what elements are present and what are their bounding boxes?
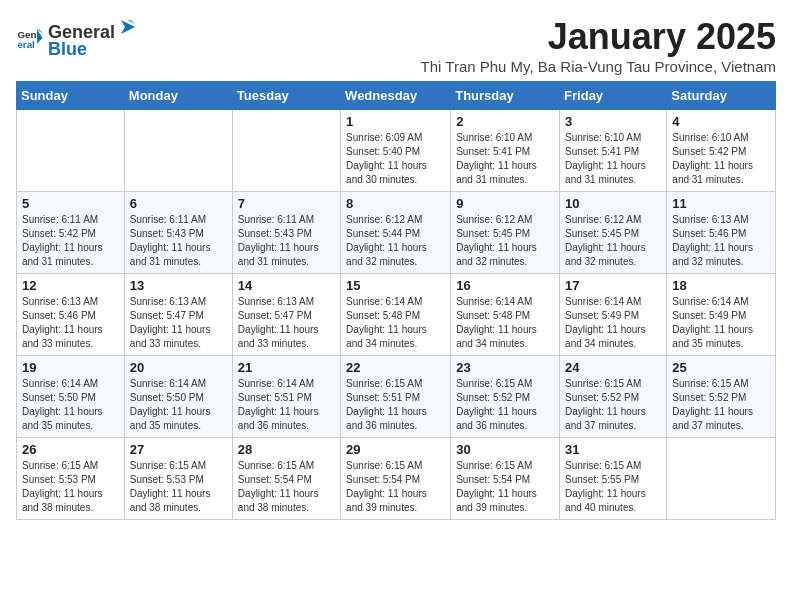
calendar-cell: 16Sunrise: 6:14 AM Sunset: 5:48 PM Dayli… <box>451 274 560 356</box>
day-header-saturday: Saturday <box>667 82 776 110</box>
calendar-cell: 12Sunrise: 6:13 AM Sunset: 5:46 PM Dayli… <box>17 274 125 356</box>
day-info: Sunrise: 6:11 AM Sunset: 5:43 PM Dayligh… <box>238 213 335 269</box>
day-info: Sunrise: 6:11 AM Sunset: 5:42 PM Dayligh… <box>22 213 119 269</box>
calendar-cell <box>124 110 232 192</box>
calendar-cell: 9Sunrise: 6:12 AM Sunset: 5:45 PM Daylig… <box>451 192 560 274</box>
day-number: 3 <box>565 114 661 129</box>
calendar-cell: 20Sunrise: 6:14 AM Sunset: 5:50 PM Dayli… <box>124 356 232 438</box>
day-number: 31 <box>565 442 661 457</box>
day-info: Sunrise: 6:14 AM Sunset: 5:48 PM Dayligh… <box>456 295 554 351</box>
day-info: Sunrise: 6:15 AM Sunset: 5:53 PM Dayligh… <box>22 459 119 515</box>
svg-marker-2 <box>37 30 43 44</box>
month-title: January 2025 <box>421 16 776 58</box>
day-info: Sunrise: 6:15 AM Sunset: 5:54 PM Dayligh… <box>456 459 554 515</box>
day-number: 1 <box>346 114 445 129</box>
day-info: Sunrise: 6:11 AM Sunset: 5:43 PM Dayligh… <box>130 213 227 269</box>
calendar-week-row: 5Sunrise: 6:11 AM Sunset: 5:42 PM Daylig… <box>17 192 776 274</box>
calendar-cell: 1Sunrise: 6:09 AM Sunset: 5:40 PM Daylig… <box>341 110 451 192</box>
svg-marker-5 <box>127 20 135 24</box>
day-number: 24 <box>565 360 661 375</box>
calendar-cell: 13Sunrise: 6:13 AM Sunset: 5:47 PM Dayli… <box>124 274 232 356</box>
calendar-week-row: 12Sunrise: 6:13 AM Sunset: 5:46 PM Dayli… <box>17 274 776 356</box>
day-info: Sunrise: 6:09 AM Sunset: 5:40 PM Dayligh… <box>346 131 445 187</box>
day-info: Sunrise: 6:15 AM Sunset: 5:52 PM Dayligh… <box>672 377 770 433</box>
day-number: 2 <box>456 114 554 129</box>
calendar-cell: 3Sunrise: 6:10 AM Sunset: 5:41 PM Daylig… <box>560 110 667 192</box>
calendar-cell: 26Sunrise: 6:15 AM Sunset: 5:53 PM Dayli… <box>17 438 125 520</box>
day-number: 8 <box>346 196 445 211</box>
calendar-cell: 22Sunrise: 6:15 AM Sunset: 5:51 PM Dayli… <box>341 356 451 438</box>
calendar-cell: 19Sunrise: 6:14 AM Sunset: 5:50 PM Dayli… <box>17 356 125 438</box>
day-number: 11 <box>672 196 770 211</box>
day-number: 29 <box>346 442 445 457</box>
day-number: 6 <box>130 196 227 211</box>
calendar-cell: 2Sunrise: 6:10 AM Sunset: 5:41 PM Daylig… <box>451 110 560 192</box>
day-number: 30 <box>456 442 554 457</box>
calendar-cell: 7Sunrise: 6:11 AM Sunset: 5:43 PM Daylig… <box>232 192 340 274</box>
page-header: Gen eral General Blue January 2025 Thi T… <box>16 16 776 75</box>
day-info: Sunrise: 6:13 AM Sunset: 5:46 PM Dayligh… <box>22 295 119 351</box>
day-number: 12 <box>22 278 119 293</box>
day-info: Sunrise: 6:14 AM Sunset: 5:49 PM Dayligh… <box>672 295 770 351</box>
day-number: 17 <box>565 278 661 293</box>
day-info: Sunrise: 6:15 AM Sunset: 5:51 PM Dayligh… <box>346 377 445 433</box>
calendar-cell: 6Sunrise: 6:11 AM Sunset: 5:43 PM Daylig… <box>124 192 232 274</box>
day-info: Sunrise: 6:14 AM Sunset: 5:51 PM Dayligh… <box>238 377 335 433</box>
day-info: Sunrise: 6:15 AM Sunset: 5:54 PM Dayligh… <box>238 459 335 515</box>
day-number: 5 <box>22 196 119 211</box>
day-info: Sunrise: 6:14 AM Sunset: 5:50 PM Dayligh… <box>22 377 119 433</box>
day-number: 14 <box>238 278 335 293</box>
day-number: 9 <box>456 196 554 211</box>
day-info: Sunrise: 6:12 AM Sunset: 5:45 PM Dayligh… <box>565 213 661 269</box>
calendar-header-row: SundayMondayTuesdayWednesdayThursdayFrid… <box>17 82 776 110</box>
logo: Gen eral General Blue <box>16 16 139 60</box>
calendar-cell: 17Sunrise: 6:14 AM Sunset: 5:49 PM Dayli… <box>560 274 667 356</box>
day-number: 20 <box>130 360 227 375</box>
calendar-cell: 28Sunrise: 6:15 AM Sunset: 5:54 PM Dayli… <box>232 438 340 520</box>
calendar-cell: 25Sunrise: 6:15 AM Sunset: 5:52 PM Dayli… <box>667 356 776 438</box>
logo-icon: Gen eral <box>16 24 44 52</box>
calendar-week-row: 1Sunrise: 6:09 AM Sunset: 5:40 PM Daylig… <box>17 110 776 192</box>
day-number: 28 <box>238 442 335 457</box>
title-section: January 2025 Thi Tran Phu My, Ba Ria-Vun… <box>421 16 776 75</box>
day-info: Sunrise: 6:15 AM Sunset: 5:52 PM Dayligh… <box>565 377 661 433</box>
day-number: 25 <box>672 360 770 375</box>
day-number: 7 <box>238 196 335 211</box>
calendar-cell: 18Sunrise: 6:14 AM Sunset: 5:49 PM Dayli… <box>667 274 776 356</box>
calendar-cell <box>17 110 125 192</box>
calendar-cell: 14Sunrise: 6:13 AM Sunset: 5:47 PM Dayli… <box>232 274 340 356</box>
day-info: Sunrise: 6:13 AM Sunset: 5:47 PM Dayligh… <box>238 295 335 351</box>
day-header-thursday: Thursday <box>451 82 560 110</box>
day-info: Sunrise: 6:13 AM Sunset: 5:47 PM Dayligh… <box>130 295 227 351</box>
svg-text:eral: eral <box>17 39 35 50</box>
day-header-sunday: Sunday <box>17 82 125 110</box>
calendar-cell: 31Sunrise: 6:15 AM Sunset: 5:55 PM Dayli… <box>560 438 667 520</box>
calendar-cell: 29Sunrise: 6:15 AM Sunset: 5:54 PM Dayli… <box>341 438 451 520</box>
calendar-week-row: 19Sunrise: 6:14 AM Sunset: 5:50 PM Dayli… <box>17 356 776 438</box>
day-info: Sunrise: 6:15 AM Sunset: 5:53 PM Dayligh… <box>130 459 227 515</box>
calendar-cell: 23Sunrise: 6:15 AM Sunset: 5:52 PM Dayli… <box>451 356 560 438</box>
calendar-cell: 21Sunrise: 6:14 AM Sunset: 5:51 PM Dayli… <box>232 356 340 438</box>
calendar-cell: 4Sunrise: 6:10 AM Sunset: 5:42 PM Daylig… <box>667 110 776 192</box>
day-info: Sunrise: 6:12 AM Sunset: 5:45 PM Dayligh… <box>456 213 554 269</box>
day-info: Sunrise: 6:14 AM Sunset: 5:50 PM Dayligh… <box>130 377 227 433</box>
calendar-cell: 15Sunrise: 6:14 AM Sunset: 5:48 PM Dayli… <box>341 274 451 356</box>
day-header-tuesday: Tuesday <box>232 82 340 110</box>
day-number: 19 <box>22 360 119 375</box>
day-number: 15 <box>346 278 445 293</box>
day-info: Sunrise: 6:15 AM Sunset: 5:52 PM Dayligh… <box>456 377 554 433</box>
day-info: Sunrise: 6:10 AM Sunset: 5:41 PM Dayligh… <box>565 131 661 187</box>
day-header-wednesday: Wednesday <box>341 82 451 110</box>
location-subtitle: Thi Tran Phu My, Ba Ria-Vung Tau Provinc… <box>421 58 776 75</box>
day-number: 23 <box>456 360 554 375</box>
day-info: Sunrise: 6:14 AM Sunset: 5:49 PM Dayligh… <box>565 295 661 351</box>
calendar-cell: 11Sunrise: 6:13 AM Sunset: 5:46 PM Dayli… <box>667 192 776 274</box>
day-number: 4 <box>672 114 770 129</box>
day-number: 16 <box>456 278 554 293</box>
day-number: 21 <box>238 360 335 375</box>
day-header-monday: Monday <box>124 82 232 110</box>
calendar-cell: 8Sunrise: 6:12 AM Sunset: 5:44 PM Daylig… <box>341 192 451 274</box>
calendar-table: SundayMondayTuesdayWednesdayThursdayFrid… <box>16 81 776 520</box>
calendar-cell: 27Sunrise: 6:15 AM Sunset: 5:53 PM Dayli… <box>124 438 232 520</box>
calendar-cell <box>667 438 776 520</box>
